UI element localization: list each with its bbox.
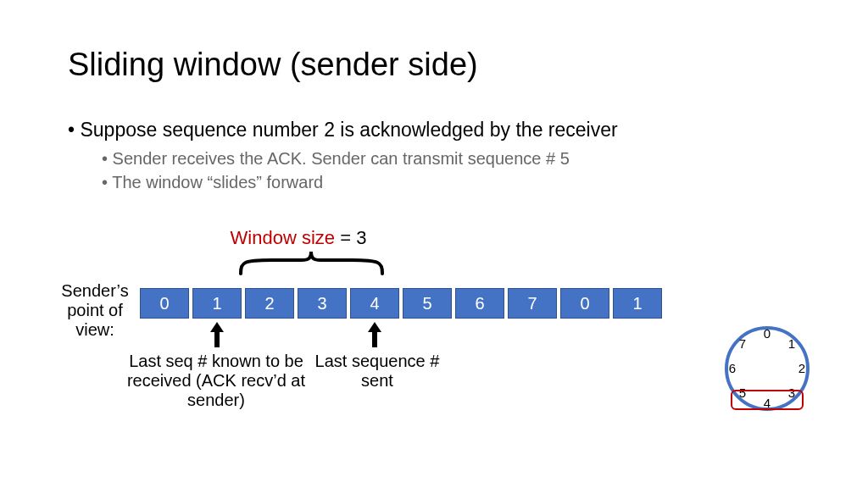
sequence-box: 6 <box>455 288 504 319</box>
sequence-boxes: 0123456701 <box>140 288 662 319</box>
sequence-box: 7 <box>508 288 557 319</box>
curly-brace-icon <box>237 250 386 275</box>
sequence-box: 5 <box>403 288 452 319</box>
clock-number: 0 <box>760 326 775 341</box>
bullet-list: Suppose sequence number 2 is acknowledge… <box>68 119 797 194</box>
bullet-main: Suppose sequence number 2 is acknowledge… <box>68 119 797 141</box>
window-size-value: = 3 <box>340 227 366 248</box>
sequence-box: 0 <box>560 288 609 319</box>
window-size-text: Window size <box>231 227 335 248</box>
slide-title: Sliding window (sender side) <box>68 47 478 83</box>
clock-number: 1 <box>784 336 799 352</box>
sequence-box: 4 <box>350 288 399 319</box>
sequence-box: 1 <box>613 288 662 319</box>
arrow-last-sent <box>368 322 381 347</box>
clock-diagram: 01234567 <box>721 322 814 415</box>
sender-pov-label: Sender’s point of view: <box>53 281 137 340</box>
sequence-box: 2 <box>245 288 294 319</box>
caption-last-sent: Last sequence # sent <box>297 352 458 391</box>
arrow-last-ack <box>210 322 224 347</box>
sequence-box: 0 <box>140 288 189 319</box>
sequence-box: 1 <box>192 288 242 319</box>
clock-number: 2 <box>794 361 810 376</box>
sequence-box: 3 <box>298 288 347 319</box>
bullet-sub-1: Sender receives the ACK. Sender can tran… <box>102 147 797 170</box>
window-size-label: Window size = 3 <box>222 227 375 249</box>
clock-number: 6 <box>725 361 740 376</box>
clock-number: 7 <box>735 336 750 352</box>
bullet-sub-2: The window “slides” forward <box>102 170 797 194</box>
clock-highlight-rect <box>731 390 804 410</box>
caption-last-ack: Last seq # known to be received (ACK rec… <box>110 352 322 410</box>
